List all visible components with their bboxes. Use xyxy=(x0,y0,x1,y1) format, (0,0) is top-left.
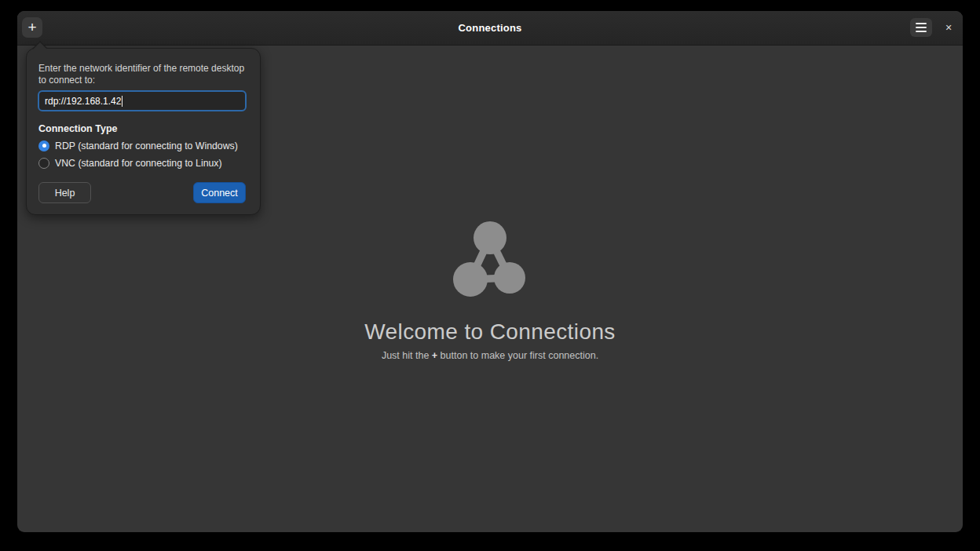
radio-checked-icon xyxy=(38,140,49,151)
radio-option-rdp[interactable]: RDP (standard for connecting to Windows) xyxy=(38,140,238,151)
new-connection-popover: Enter the network identifier of the remo… xyxy=(26,48,261,215)
connection-type-label: Connection Type xyxy=(38,123,117,134)
connect-button[interactable]: Connect xyxy=(193,182,246,203)
empty-state: Welcome to Connections Just hit the + bu… xyxy=(17,217,963,362)
text-caret xyxy=(122,96,122,107)
close-icon: ✕ xyxy=(945,24,952,32)
help-button[interactable]: Help xyxy=(38,182,91,203)
add-connection-button[interactable]: + xyxy=(22,17,42,38)
hamburger-menu-icon xyxy=(916,23,927,32)
plus-icon: + xyxy=(27,20,36,35)
headerbar: Connections + ✕ xyxy=(17,11,963,46)
address-value: rdp://192.168.1.42 xyxy=(45,96,121,107)
address-prompt-label: Enter the network identifier of the remo… xyxy=(38,63,250,86)
radio-option-vnc[interactable]: VNC (standard for connecting to Linux) xyxy=(38,157,222,169)
subtitle-prefix: Just hit the xyxy=(382,350,432,361)
welcome-title: Welcome to Connections xyxy=(17,319,963,345)
vnc-option-label: VNC (standard for connecting to Linux) xyxy=(55,158,222,169)
main-menu-button[interactable] xyxy=(910,18,932,37)
subtitle-suffix: button to make your first connection. xyxy=(437,350,598,361)
close-window-button[interactable]: ✕ xyxy=(941,19,956,36)
connections-network-icon xyxy=(451,217,529,299)
welcome-subtitle: Just hit the + button to make your first… xyxy=(17,349,963,362)
rdp-option-label: RDP (standard for connecting to Windows) xyxy=(55,140,238,151)
radio-unchecked-icon xyxy=(38,158,49,169)
address-input[interactable]: rdp://192.168.1.42 xyxy=(38,90,247,111)
window-title: Connections xyxy=(17,11,963,45)
